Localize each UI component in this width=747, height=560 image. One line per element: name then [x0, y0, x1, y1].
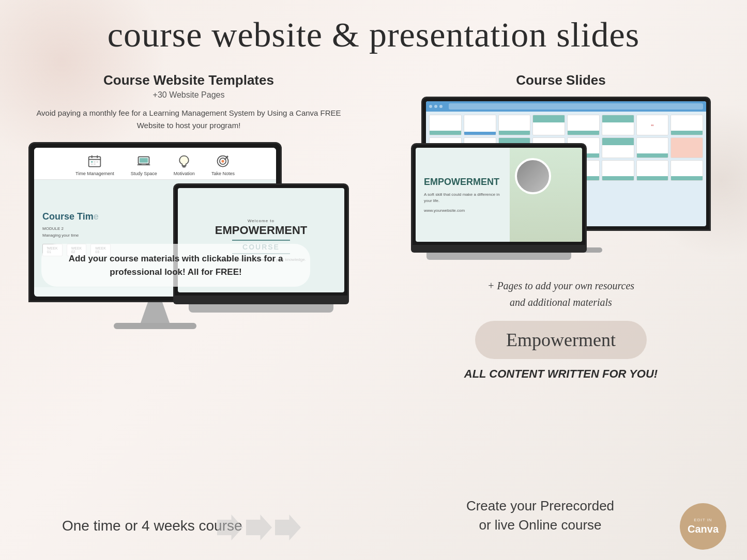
svg-point-17 [222, 160, 224, 162]
left-panel: Course Website Templates +30 Website Pag… [21, 72, 357, 359]
welcome-text: Welcome to [248, 219, 275, 223]
canva-badge: EDIT IN Canva [680, 503, 726, 550]
resources-section: + Pages to add your own resourcesand add… [395, 277, 726, 381]
slide-thumb-14 [602, 137, 634, 158]
laptop-front-right: EMPOWERMENT A soft skill that could make… [411, 143, 587, 267]
svg-rect-7 [91, 163, 93, 165]
slide-content-area: EMPOWERMENT A soft skill that could make… [416, 148, 510, 242]
slide-thumb-4 [532, 115, 565, 135]
slide-thumb-3 [498, 115, 531, 135]
lightbulb-icon [176, 153, 192, 169]
nav-item-motivation[interactable]: Motivation [174, 153, 195, 176]
main-title: course website & presentation slides [108, 14, 639, 55]
slide-image-area [510, 148, 582, 242]
page-wrapper: course website & presentation slides Cou… [0, 0, 747, 560]
svg-rect-12 [142, 164, 146, 165]
website-description: Avoid paying a monthly fee for a Learnin… [21, 107, 357, 132]
slide-thumb-1 [429, 115, 462, 135]
laptop-front-hinge [411, 246, 587, 253]
monitor-stand-left [137, 302, 173, 323]
bottom-left-label: One time or 4 weeks course [62, 518, 242, 534]
all-content-label: ALL CONTENT WRITTEN FOR YOU! [395, 367, 726, 381]
slide-thumb-8 [670, 115, 703, 135]
bottom-note-text: Add your course materials with clickable… [56, 252, 296, 278]
svg-rect-6 [97, 161, 99, 163]
chevron-2 [246, 515, 272, 540]
slide-circle-image [515, 158, 551, 194]
slide-thumb-7: 01 [636, 115, 669, 135]
laptop-icon [135, 153, 152, 169]
slides-toolbar [426, 101, 706, 112]
right-panel: Course Slides [395, 72, 726, 381]
svg-rect-8 [94, 163, 96, 165]
svg-rect-4 [91, 161, 93, 163]
nav-label-motivation: Motivation [174, 171, 195, 176]
nav-item-time-management[interactable]: Time Management [75, 153, 114, 176]
bottom-right-label: Create your Prerecordedor live Online co… [437, 496, 644, 534]
target-icon [215, 153, 231, 169]
nav-label-take-notes: Take Notes [211, 171, 235, 176]
svg-rect-5 [94, 161, 96, 163]
canva-text: Canva [688, 523, 719, 535]
nav-label-time: Time Management [75, 171, 114, 176]
resources-text: + Pages to add your own resourcesand add… [395, 277, 726, 310]
calendar-icon [86, 153, 103, 169]
svg-rect-10 [140, 158, 148, 163]
canva-edit-text: EDIT IN [694, 518, 712, 522]
slide-thumb-15 [636, 137, 669, 158]
empowerment-slide-title: EMPOWERMENT [424, 177, 501, 188]
laptop-front-base [426, 253, 571, 260]
course-slides-title: Course Slides [395, 72, 726, 88]
website-pages-count: +30 Website Pages [21, 90, 357, 100]
website-nav: Time Management [34, 148, 276, 180]
chevron-arrows [217, 515, 301, 540]
bottom-cta-note: Add your course materials with clickable… [41, 244, 310, 287]
empowerment-badge: Empowerment [475, 321, 647, 359]
monitor-right-wrapper: 01 [411, 97, 711, 267]
slide-thumb-23 [636, 160, 669, 181]
empowerment-title-left: EMPOWERMENT [215, 224, 307, 237]
empowerment-slide-url: www.yourwebsite.com [424, 208, 501, 213]
chevron-3 [275, 515, 301, 540]
slide-thumb-16 [670, 137, 703, 158]
slide-thumb-24 [670, 160, 703, 181]
slide-thumb-5 [567, 115, 600, 135]
nav-item-study-space[interactable]: Study Space [131, 153, 157, 176]
laptop-front-screen: EMPOWERMENT A soft skill that could make… [411, 143, 587, 246]
toolbar-dot-3 [439, 105, 443, 108]
laptop-front-inner: EMPOWERMENT A soft skill that could make… [416, 148, 582, 242]
nav-item-take-notes[interactable]: Take Notes [211, 153, 235, 176]
toolbar-dot-2 [434, 105, 437, 108]
slide-thumb-6 [602, 115, 634, 135]
empowerment-badge-text: Empowerment [506, 330, 616, 350]
chevron-1 [217, 515, 243, 540]
slide-thumb-2 [464, 115, 496, 135]
course-website-title: Course Website Templates [21, 72, 357, 88]
laptop-hinge [173, 297, 349, 304]
slide-thumb-22 [602, 160, 634, 181]
toolbar-dot-1 [429, 105, 432, 108]
empowerment-slide-subtitle: A soft skill that could make a differenc… [424, 192, 501, 204]
nav-label-study: Study Space [131, 171, 157, 176]
